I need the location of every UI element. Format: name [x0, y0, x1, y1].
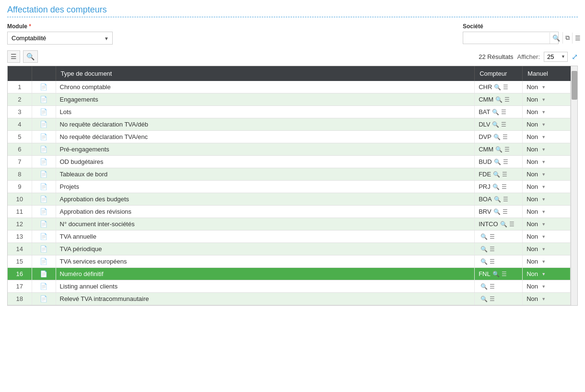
manuel-select[interactable]: NonOui [526, 146, 546, 153]
scrollbar-track[interactable] [571, 66, 577, 305]
manuel-dropdown[interactable]: NonOui [526, 183, 546, 190]
compteur-list-icon[interactable]: ☰ [502, 271, 507, 277]
compteur-search-icon[interactable]: 🔍 [480, 283, 488, 290]
manuel-select[interactable]: NonOui [526, 121, 546, 128]
manuel-dropdown[interactable]: NonOui [526, 233, 546, 240]
compteur-list-icon[interactable]: ☰ [509, 221, 515, 228]
table-row[interactable]: 9📄ProjetsPRJ🔍☰NonOui [8, 181, 571, 193]
manuel-select[interactable]: NonOui [526, 270, 546, 277]
manuel-dropdown[interactable]: NonOui [526, 83, 546, 91]
compteur-search-icon[interactable]: 🔍 [494, 159, 501, 165]
manuel-select[interactable]: NonOui [526, 133, 546, 140]
compteur-list-icon[interactable]: ☰ [503, 84, 508, 91]
compteur-list-icon[interactable]: ☰ [502, 184, 507, 190]
module-select[interactable]: Comptabilité [7, 32, 113, 45]
compteur-list-icon[interactable]: ☰ [504, 146, 510, 153]
manuel-select[interactable]: NonOui [526, 208, 546, 215]
manuel-select[interactable]: NonOui [526, 183, 546, 190]
compteur-search-icon[interactable]: 🔍 [494, 84, 501, 91]
compteur-search-icon[interactable]: 🔍 [492, 121, 499, 128]
compteur-list-icon[interactable]: ☰ [490, 258, 495, 265]
toolbar-list-btn[interactable]: ☰ [7, 50, 20, 63]
compteur-search-icon[interactable]: 🔍 [495, 96, 503, 103]
compteur-search-icon[interactable]: 🔍 [493, 208, 501, 215]
table-row[interactable]: 8📄Tableaux de bordFDE🔍☰NonOui [8, 168, 571, 181]
manuel-dropdown[interactable]: NonOui [526, 96, 546, 103]
table-row[interactable]: 15📄TVA services européens🔍☰NonOui [8, 255, 571, 268]
table-row[interactable]: 18📄Relevé TVA intracommunautaire🔍☰NonOui [8, 293, 571, 305]
manuel-select[interactable]: NonOui [526, 220, 546, 228]
compteur-search-icon[interactable]: 🔍 [480, 233, 488, 240]
compteur-list-icon[interactable]: ☰ [501, 121, 506, 128]
manuel-dropdown[interactable]: NonOui [526, 121, 546, 128]
table-row[interactable]: 2📄EngagementsCMM🔍☰NonOui [8, 93, 571, 106]
compteur-search-icon[interactable]: 🔍 [480, 246, 488, 253]
manuel-dropdown[interactable]: NonOui [526, 283, 546, 290]
manuel-select[interactable]: NonOui [526, 245, 546, 253]
compteur-search-icon[interactable]: 🔍 [480, 296, 488, 302]
compteur-list-icon[interactable]: ☰ [490, 246, 495, 253]
manuel-select[interactable]: NonOui [526, 158, 546, 165]
compteur-search-icon[interactable]: 🔍 [480, 258, 488, 265]
compteur-list-icon[interactable]: ☰ [502, 171, 507, 178]
show-count-select[interactable]: 10 25 50 100 [544, 52, 568, 62]
table-row[interactable]: 5📄No requête déclaration TVA/encDVP🔍☰Non… [8, 131, 571, 143]
manuel-dropdown[interactable]: NonOui [526, 146, 546, 153]
table-row[interactable]: 17📄Listing annuel clients🔍☰NonOui [8, 280, 571, 293]
compteur-search-icon[interactable]: 🔍 [493, 134, 501, 140]
manuel-select[interactable]: NonOui [526, 233, 546, 240]
compteur-list-icon[interactable]: ☰ [490, 283, 495, 290]
societe-copy-icon[interactable]: ⧉ [562, 32, 572, 44]
compteur-list-icon[interactable]: ☰ [504, 96, 510, 103]
table-row[interactable]: 11📄Approbation des révisionsBRV🔍☰NonOui [8, 206, 571, 218]
manuel-select[interactable]: NonOui [526, 83, 546, 91]
manuel-dropdown[interactable]: NonOui [526, 270, 546, 277]
manuel-dropdown[interactable]: NonOui [526, 171, 546, 178]
table-row[interactable]: 10📄Approbation des budgetsBOA🔍☰NonOui [8, 193, 571, 206]
manuel-select[interactable]: NonOui [526, 108, 546, 115]
manuel-dropdown[interactable]: NonOui [526, 196, 546, 203]
table-row[interactable]: 3📄LotsBAT🔍☰NonOui [8, 106, 571, 118]
manuel-select[interactable]: NonOui [526, 171, 546, 178]
manuel-select[interactable]: NonOui [526, 96, 546, 103]
compteur-list-icon[interactable]: ☰ [503, 196, 508, 203]
toolbar-search-btn[interactable]: 🔍 [23, 50, 38, 63]
compteur-list-icon[interactable]: ☰ [503, 208, 508, 215]
compteur-search-icon[interactable]: 🔍 [493, 171, 500, 178]
compteur-list-icon[interactable]: ☰ [503, 159, 508, 165]
societe-list-icon[interactable]: ☰ [572, 33, 583, 44]
manuel-dropdown[interactable]: NonOui [526, 208, 546, 215]
manuel-select[interactable]: NonOui [526, 196, 546, 203]
manuel-dropdown[interactable]: NonOui [526, 220, 546, 228]
compteur-search-icon[interactable]: 🔍 [492, 184, 500, 190]
manuel-dropdown[interactable]: NonOui [526, 133, 546, 140]
table-row[interactable]: 13📄TVA annuelle🔍☰NonOui [8, 231, 571, 243]
compteur-list-icon[interactable]: ☰ [490, 233, 495, 240]
manuel-dropdown[interactable]: NonOui [526, 245, 546, 253]
manuel-select[interactable]: NonOui [526, 258, 546, 265]
compteur-list-icon[interactable]: ☰ [490, 296, 495, 302]
compteur-search-icon[interactable]: 🔍 [495, 146, 503, 153]
compteur-search-icon[interactable]: 🔍 [500, 221, 507, 228]
manuel-dropdown[interactable]: NonOui [526, 258, 546, 265]
table-row[interactable]: 1📄Chrono comptableCHR🔍☰NonOui [8, 81, 571, 93]
manuel-dropdown[interactable]: NonOui [526, 295, 546, 302]
table-row[interactable]: 7📄OD budgétairesBUD🔍☰NonOui [8, 156, 571, 168]
manuel-dropdown[interactable]: NonOui [526, 158, 546, 165]
expand-btn[interactable]: ⤢ [572, 52, 578, 61]
scrollbar-thumb[interactable] [572, 71, 577, 100]
manuel-select[interactable]: NonOui [526, 295, 546, 302]
compteur-list-icon[interactable]: ☰ [501, 109, 506, 115]
table-row[interactable]: 14📄TVA périodique🔍☰NonOui [8, 243, 571, 255]
societe-search-icon[interactable]: 🔍 [550, 33, 562, 44]
societe-input[interactable] [463, 33, 550, 44]
compteur-search-icon[interactable]: 🔍 [492, 109, 499, 115]
compteur-list-icon[interactable]: ☰ [503, 134, 508, 140]
table-row[interactable]: 6📄Pré-engagementsCMM🔍☰NonOui [8, 143, 571, 156]
table-row[interactable]: 12📄N° document inter-sociétésINTCO🔍☰NonO… [8, 218, 571, 231]
table-row[interactable]: 4📄No requête déclaration TVA/débDLV🔍☰Non… [8, 118, 571, 131]
compteur-search-icon[interactable]: 🔍 [492, 271, 500, 277]
table-row[interactable]: 16📄Numéro définitifFNL🔍☰NonOui [8, 268, 571, 280]
compteur-search-icon[interactable]: 🔍 [494, 196, 501, 203]
manuel-select[interactable]: NonOui [526, 283, 546, 290]
